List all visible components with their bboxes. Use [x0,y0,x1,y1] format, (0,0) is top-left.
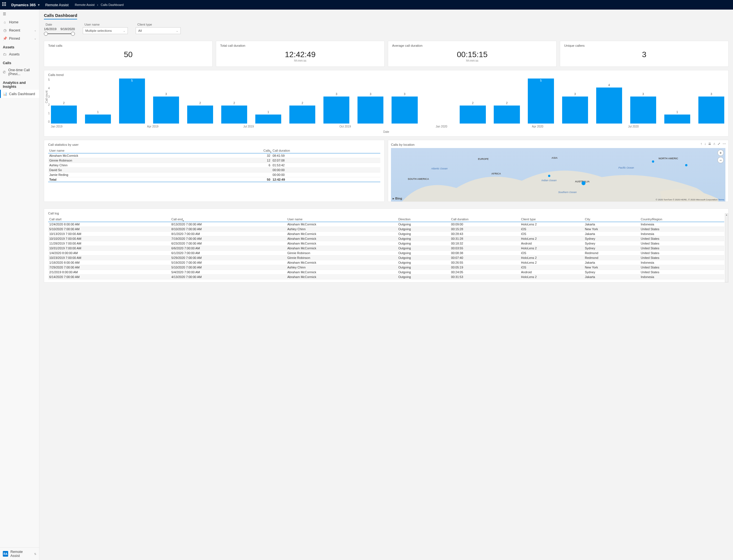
chart-bar[interactable]: 4 [596,88,622,124]
chart-bar[interactable]: 2 [494,106,520,124]
table-row[interactable]: 6/14/2020 7:00:00 AM4/13/2020 7:00:00 AM… [48,275,724,279]
table-row[interactable]: Ashley Chinn601:53:42 [48,163,380,168]
breadcrumb-item[interactable]: Remote Assist [75,3,95,6]
panel-title: Calls by location [391,143,725,146]
table-row[interactable]: 1/24/2020 8:00:00 AM8/13/2020 7:00:00 AM… [48,222,724,227]
sidebar-item-assets[interactable]: 🗀Assets [0,50,39,58]
hamburger-icon[interactable]: ☰ [0,10,39,18]
table-row[interactable]: Jamie Reding00:00:00 [48,173,380,177]
chart-bar[interactable]: 2 [221,106,247,124]
chart-bar[interactable]: 3 [698,97,724,124]
app-launcher-icon[interactable] [2,2,7,7]
col-header[interactable]: Direction [397,217,450,222]
chart-bar[interactable]: 3 [323,97,349,124]
kpi-cards: Total calls 50 Total call duration 12:42… [44,41,728,67]
chart-bar[interactable]: 2 [51,106,77,124]
hierarchy-icon[interactable]: ⑃ [713,142,715,146]
sidebar-footer[interactable]: RA Remote Assist ⇅ [0,547,39,560]
sidebar-item-home[interactable]: ⌂Home [0,18,39,26]
chart-bar[interactable]: 3 [357,97,383,124]
table-row[interactable]: 11/28/2019 7:00:00 AM6/23/2020 7:00:00 A… [48,241,724,246]
sidebar-item-recent[interactable]: ◷Recent⌄ [0,26,39,34]
card-value: 3 [564,50,724,59]
table-row[interactable]: 5/10/2020 7:00:00 AM8/10/2020 7:00:00 AM… [48,227,724,232]
col-header[interactable]: Call duration [450,217,520,222]
chart-bar[interactable]: 2 [187,106,213,124]
scroll-up-icon[interactable]: ▲ [725,214,728,217]
table-row[interactable]: David So00:00:00 [48,168,380,173]
zoom-in-button[interactable]: + [718,150,724,156]
client-dropdown[interactable]: All⌄ [136,27,181,34]
drill-down-icon[interactable]: ↓ [704,142,706,146]
calls-trend-chart[interactable]: Call count 543210 2153221233322534313 Ja… [48,78,724,130]
card-avg-duration: Average call duration 00:15:15 hh:mm:ss [388,41,557,67]
x-axis-label: Date [48,130,724,133]
scrollbar[interactable]: ▲ [725,213,728,282]
sidebar-item-onetime-call[interactable]: ✆One-time Call (Previ... [0,66,39,78]
chart-bar[interactable]: 2 [460,106,486,124]
date-slider[interactable] [44,32,75,36]
call-log-table[interactable]: Call startCall endUser nameDirectionCall… [48,217,724,279]
chart-bar[interactable]: 3 [392,97,417,124]
dropdown-value: Multiple selections [85,29,112,32]
table-row[interactable]: 10/31/2019 7:00:00 AM6/6/2020 7:00:00 AM… [48,246,724,251]
map-panel: Calls by location ↑ ↓ ⇊ ⑃ ⤢ ⋯ [388,140,728,202]
map-label: AFRICA [491,172,501,175]
col-header[interactable]: City [584,217,640,222]
chart-bar[interactable]: 1 [85,115,111,124]
map-point[interactable] [652,160,654,163]
chevron-down-icon[interactable]: ⌄ [34,29,36,32]
focus-icon[interactable]: ⤢ [718,142,720,146]
table-row[interactable]: Abraham McCormick3208:41:59 [48,153,380,158]
chart-bar[interactable]: 3 [562,97,588,124]
table-row[interactable]: 2/1/2019 8:00:00 AM5/4/2020 7:00:00 AMAb… [48,270,724,275]
chevron-down-icon[interactable]: ⌄ [34,37,36,40]
chevron-down-icon[interactable]: ▼ [37,3,40,6]
chart-bar[interactable]: 1 [255,115,281,124]
stats-table[interactable]: User name Calls Call duration Abraham Mc… [48,148,380,182]
chart-bar[interactable]: 2 [289,106,315,124]
expand-down-icon[interactable]: ⇊ [708,142,711,146]
brand[interactable]: Dynamics 365 [11,3,36,7]
table-row[interactable]: 7/29/2020 7:00:00 AM5/10/2020 7:00:00 AM… [48,265,724,270]
table-row[interactable]: 10/13/2019 7:00:00 AM8/1/2020 7:00:00 AM… [48,232,724,236]
chart-bar[interactable]: 1 [664,115,690,124]
slider-handle-start[interactable] [44,32,48,36]
ocean-label: Pacific Ocean [618,166,634,169]
table-row[interactable]: 10/10/2019 7:00:00 AM7/19/2020 7:00:00 A… [48,236,724,241]
chart-bar[interactable]: 5 [528,79,554,124]
col-header[interactable]: User name [286,217,397,222]
drill-up-icon[interactable]: ↑ [700,142,702,146]
updown-icon[interactable]: ⇅ [34,552,36,555]
map-toolbar: ↑ ↓ ⇊ ⑃ ⤢ ⋯ [700,142,726,146]
zoom-out-button[interactable]: − [718,157,724,163]
chart-bar[interactable]: 3 [630,97,656,124]
sidebar-item-calls-dashboard[interactable]: 📊Calls Dashboard [0,90,39,98]
table-row[interactable]: 1/18/2020 8:00:00 AM5/19/2020 7:00:00 AM… [48,260,724,265]
map[interactable]: EUROPE ASIA NORTH AMERIC AFRICA SOUTH AM… [391,148,725,201]
col-header[interactable]: Country/Region [640,217,724,222]
terms-link[interactable]: Terms [718,198,724,201]
col-duration[interactable]: Call duration [271,148,380,153]
area-name[interactable]: Remote Assist [45,3,69,7]
col-user[interactable]: User name [48,148,221,153]
sidebar-item-label: Home [9,20,18,24]
map-point[interactable] [582,181,585,185]
slider-handle-end[interactable] [71,32,75,36]
col-header[interactable]: Call end [170,217,286,222]
chart-bar[interactable]: 3 [153,97,179,124]
user-dropdown[interactable]: Multiple selections⌄ [83,27,128,34]
table-row[interactable]: 10/23/2019 7:00:00 AM5/29/2020 7:00:00 A… [48,256,724,260]
chart-bar[interactable]: 5 [119,79,145,124]
col-calls[interactable]: Calls [221,148,271,153]
col-header[interactable]: Client type [520,217,584,222]
table-row[interactable]: 1/4/2020 8:00:00 AM6/1/2020 7:00:00 AMGi… [48,251,724,256]
col-header[interactable]: Call start [48,217,170,222]
sidebar-item-label: Pinned [9,37,20,41]
call-log-panel: Call log Call startCall endUser nameDire… [44,209,728,283]
more-icon[interactable]: ⋯ [723,142,726,146]
breadcrumb-item[interactable]: Calls Dashboard [101,3,124,6]
table-row[interactable]: Ginnie Robinson1202:07:08 [48,158,380,163]
date-to: 9/18/2020 [61,27,75,31]
sidebar-item-pinned[interactable]: 📌Pinned⌄ [0,34,39,42]
